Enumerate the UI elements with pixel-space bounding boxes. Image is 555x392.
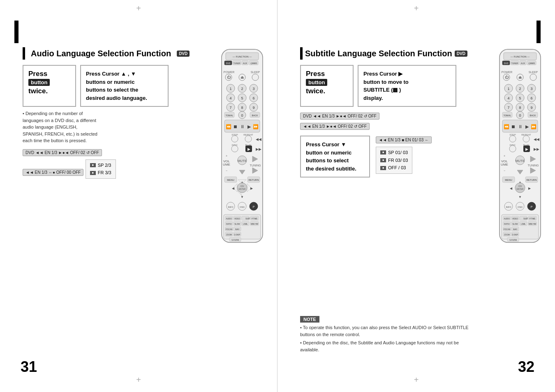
svg-text:−: − [226,169,227,172]
right-bar-decoration [536,21,541,43]
lang-item-1: ■ FR 3/3 [90,169,111,177]
cursor-down-box: Press Cursor ▼ button or numeric buttons… [300,136,370,178]
audio-note-text: • Depending on the number of languages o… [23,110,169,144]
subtitle-lang-icon-0: ■ [380,150,386,154]
svg-text:POWER: POWER [502,71,512,74]
svg-text:4: 4 [229,96,231,100]
subtitle-lang-item-2: ■ OFF / 03 [380,164,408,172]
button-badge-audio: button [28,79,50,86]
page-number-right: 32 [518,358,534,376]
left-content-area: Press button twice. Press Cursor ▲ , ▼ b… [23,65,169,179]
svg-text:P: P [253,205,255,208]
remote-left: — FUNCTION — DVD TUNER AUX ⓪MMS POWER ⏻ … [215,45,269,252]
svg-text:MUTE: MUTE [238,159,247,163]
svg-text:— FUNCTION —: — FUNCTION — [511,55,530,58]
svg-text:CD/: CD/ [240,185,244,187]
subtitle-press-twice-box: Press button twice. [300,65,354,107]
remote-svg-left: — FUNCTION — DVD TUNER AUX ⓪MMS POWER ⏻ … [215,45,269,251]
press-label: Press [28,70,47,78]
svg-text:2: 2 [241,87,243,91]
title-bar-right [300,47,303,60]
subtitle-lang-item-0: ■ SP 01/ 03 [380,149,408,157]
svg-text:NAVI: NAVI [513,228,517,231]
svg-text:TUNER: TUNER [511,62,518,65]
audio-status-bar: DVD ◄◄ EN 1/3 ►●◄ OFF/ 02 ↺ OFF [23,149,102,156]
left-bar-decoration [14,21,18,43]
svg-text:P.TIME: P.TIME [530,218,535,220]
reg-mark-bottom-right [412,376,421,384]
svg-text:SLEEP: SLEEP [251,71,260,74]
subtitle-status-top-text: DVD ◄◄ EN 1/3 ►●◄ OFF/ 02 ↺ OFF [303,114,377,118]
svg-text:⏻: ⏻ [505,75,509,79]
svg-text:▼: ▼ [518,195,522,199]
top-instruction-row: Press button twice. Press Cursor ▲ , ▼ b… [23,65,169,107]
svg-text:9: 9 [530,106,532,110]
svg-text:⏹: ⏹ [511,124,516,129]
svg-text:2: 2 [519,87,521,91]
svg-text:⏸: ⏸ [240,124,245,129]
note-item-0: • To operate this function, you can also… [300,324,477,338]
svg-text:⏏: ⏏ [518,75,522,79]
press-text: Press button [28,70,70,86]
svg-text:MINI HW: MINI HW [251,223,259,225]
svg-text:◀: ◀ [510,187,513,190]
svg-text:RATIO: RATIO [504,223,510,225]
audio-status-bar2: ◄◄ EN 1/3 ←● OFF/ 00 OFF [23,169,83,176]
lang-label-0: SP 2/3 [98,161,111,169]
subtitle-lang-label-1: FR 03/ 03 [388,157,408,164]
svg-text:▼: ▼ [240,195,244,199]
svg-text:MINI HW: MINI HW [529,223,536,225]
svg-text:0: 0 [519,113,521,118]
reg-mark-bottom-left [134,376,143,384]
reg-mark-top-left [134,4,143,12]
subtitle-lang-label-2: OFF / 03 [388,164,406,172]
svg-text:P.SCAN: P.SCAN [226,228,232,231]
svg-text:TUNER: TUNER [233,62,240,65]
twice-label: twice. [28,87,70,95]
svg-text:P.SCAN: P.SCAN [504,228,510,231]
cursor-text-audio: Press Cursor ▲ , ▼ buttons or numeric bu… [86,70,163,102]
subtitle-title-text: Subtitle Language Selection Function [305,49,452,58]
svg-text:6: 6 [252,96,254,100]
svg-text:AUDIO: AUDIO [226,218,232,220]
svg-text:VIDEO: VIDEO [512,218,518,220]
subtitle-lang-side: ◄◄ EN 1/3 ■ EN 01/ 03 ← ■ SP 01/ 03 ■ FR… [376,136,456,178]
svg-text:LSML: LSML [243,223,248,225]
svg-text:0: 0 [241,113,243,118]
svg-text:▶▶: ▶▶ [256,147,261,151]
svg-text:LSML: LSML [521,223,526,225]
svg-text:AUX: AUX [243,62,247,65]
button-badge-subtitle: button [306,79,327,86]
press-twice-box: Press button twice. [23,65,76,107]
svg-text:▶: ▶ [250,187,253,190]
svg-text:TUNING: TUNING [250,164,261,167]
svg-text:NAVI: NAVI [235,228,239,231]
status-bar2-text-audio: ◄◄ EN 1/3 ←● OFF/ 00 OFF [25,170,81,175]
subtitle-twice-label: twice. [306,87,348,95]
remote-right: — FUNCTION — DVD TUNER AUX ⓪MMS POWER ⏻ … [493,45,547,252]
note-label: NOTE [300,316,319,323]
svg-text:7: 7 [229,106,231,110]
svg-text:SLEEP: SLEEP [529,71,538,74]
svg-text:3: 3 [252,87,254,91]
svg-text:D.SKIP: D.SKIP [234,234,240,236]
svg-point-50 [231,136,238,142]
reg-mark-top-right [412,4,421,12]
subtitle-status-bottom-text: ◄◄ EN 1/3 ■ EN 01/ 03 ← [379,138,429,142]
svg-text:S.FX/FM: S.FX/FM [509,239,517,241]
svg-text:⏪: ⏪ [504,124,509,129]
cursor-down-text: Press Cursor ▼ button or numeric buttons… [306,141,364,173]
svg-text:⏹: ⏹ [233,124,238,129]
audio-section-title: Audio Language Selection Function DVD [23,47,190,60]
lang-icon-0: ■ [90,163,96,167]
left-page: Audio Language Selection Function DVD Pr… [0,0,278,392]
title-bar-left [23,47,25,60]
subtitle-status-top2-text: ◄◄ EN 1/3 ►●◄ OFF/ 02 ↺ OFF [303,124,367,129]
svg-point-51 [245,136,252,142]
svg-text:TOMAL: TOMAL [504,114,511,117]
subtitle-status-bar-top: DVD ◄◄ EN 1/3 ►●◄ OFF/ 02 ↺ OFF [300,113,379,120]
subtitle-section-title: Subtitle Language Selection Function DVD [300,47,467,60]
svg-text:POWER: POWER [224,71,234,74]
svg-text:MENU: MENU [505,179,512,181]
svg-text:▶: ▶ [247,147,250,151]
